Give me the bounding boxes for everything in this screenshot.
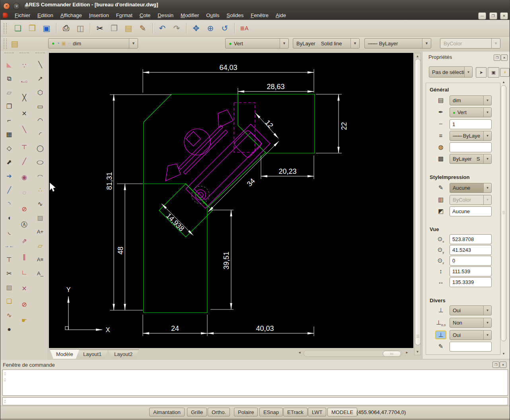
command-history[interactable]: : :: [2, 369, 508, 396]
solid-region-tool-icon[interactable]: ▱: [2, 86, 16, 99]
scroll-up-icon[interactable]: ▲: [501, 80, 506, 84]
props-vscrollbar[interactable]: ▲ ▼: [501, 80, 506, 356]
style-manager-icon[interactable]: ≣A: [239, 23, 249, 34]
prop-layer-combo[interactable]: dim ▼: [450, 95, 492, 105]
prop-view-x-input[interactable]: 523.8708: [450, 234, 492, 244]
explode-tool-icon[interactable]: ●: [2, 322, 16, 336]
menu-dessin[interactable]: Dessin: [154, 11, 177, 19]
menu-cote[interactable]: Cote: [136, 11, 154, 19]
color-combo[interactable]: ● Vert ▼: [225, 38, 289, 49]
toolbar-handle[interactable]: [4, 39, 7, 49]
menu-outils[interactable]: Outils: [202, 11, 223, 19]
quick-select-button[interactable]: ⚡: [500, 68, 510, 77]
apparent-intersection-snap-icon[interactable]: ✕: [17, 105, 31, 121]
scroll-right-icon[interactable]: ►: [405, 351, 409, 354]
select-entities-button[interactable]: ➤: [476, 67, 487, 78]
panel-restore-icon[interactable]: ❐: [492, 362, 499, 368]
eraser-tool-icon[interactable]: ◣: [2, 58, 16, 72]
toggle-aimantation[interactable]: Aimantation: [149, 408, 185, 416]
prop-view-width-input[interactable]: 135.3339: [450, 277, 492, 287]
open-file-icon[interactable]: ❒: [27, 23, 37, 34]
toggle-lwt[interactable]: LWT: [308, 408, 326, 416]
chevron-down-icon[interactable]: ▼: [483, 183, 491, 192]
spline-edit-tool-icon[interactable]: ∿: [2, 308, 16, 322]
window-close-icon[interactable]: ✕: [3, 3, 10, 10]
palette-handle[interactable]: [35, 52, 45, 56]
paste-icon[interactable]: ▤: [123, 23, 134, 34]
rotate-tool-icon[interactable]: ◇: [2, 141, 16, 155]
tangent-snap-icon[interactable]: ⊘: [17, 201, 31, 217]
single-text-tool-icon[interactable]: A_: [33, 266, 47, 280]
prop-view-y-input[interactable]: 41.5243: [450, 245, 492, 255]
zoom-previous-icon[interactable]: ↺: [220, 23, 230, 34]
prop-lineweight-combo[interactable]: ByLayer S ▼: [450, 154, 492, 164]
prop-printtable-input[interactable]: Aucune: [450, 206, 492, 216]
text-plus-tool-icon[interactable]: A+: [33, 225, 47, 239]
midpoint-snap-icon[interactable]: ╲: [17, 121, 31, 137]
new-file-icon[interactable]: ❏: [13, 23, 23, 34]
palette-handle[interactable]: [4, 52, 14, 56]
selection-combo[interactable]: Pas de sélecti ▼: [429, 66, 473, 78]
quadrant-snap-icon[interactable]: ◌: [17, 185, 31, 201]
print-preview-icon[interactable]: ◫: [75, 23, 86, 34]
join-tool-icon[interactable]: ◟: [2, 225, 16, 239]
linetype-combo[interactable]: ByLayer Solid line ▼: [293, 38, 360, 49]
snap-off-icon[interactable]: ⊘: [17, 296, 31, 312]
mdi-restore-icon[interactable]: ❐: [489, 12, 497, 19]
tab-layout2[interactable]: Layout2: [108, 350, 139, 358]
menu-insertion[interactable]: Insertion: [86, 11, 113, 19]
split-tool-icon[interactable]: ⊤: [2, 253, 16, 266]
chevron-down-icon[interactable]: ▼: [483, 318, 491, 327]
menu-fenetre[interactable]: Fenêtre: [247, 11, 272, 19]
rectangle-tool-icon[interactable]: ▭: [33, 99, 47, 113]
parallel-snap-icon[interactable]: ∥: [17, 249, 31, 264]
save-icon[interactable]: ▣: [41, 23, 52, 34]
prop-linestyle-combo[interactable]: ─── ByLaye ▼: [450, 131, 492, 141]
brush-icon[interactable]: ✎: [138, 23, 148, 34]
node-point-icon[interactable]: ✕: [17, 280, 31, 296]
construction-line-tool-icon[interactable]: ↗: [33, 72, 47, 86]
insertion-snap-icon[interactable]: Ⓐ: [17, 217, 31, 233]
break-tool-icon[interactable]: ◖: [2, 211, 16, 225]
prop-ucs-viewport-combo[interactable]: Oui ▼: [450, 330, 492, 340]
arc-center-tool-icon[interactable]: ◜: [33, 127, 47, 141]
toggle-grille[interactable]: Grille: [187, 408, 207, 416]
hatch-edit-tool-icon[interactable]: ▨: [2, 280, 16, 294]
select-reference-icon[interactable]: ☛: [17, 312, 31, 328]
ellipse-arc-tool-icon[interactable]: ◠: [33, 172, 47, 180]
palette-handle[interactable]: [19, 52, 29, 56]
chevron-down-icon[interactable]: ▼: [483, 96, 491, 105]
chevron-down-icon[interactable]: ▼: [280, 39, 288, 48]
polygon-tool-icon[interactable]: ⬡: [33, 86, 47, 99]
toggle-esnap[interactable]: ESnap: [259, 408, 283, 416]
mdi-minimize-icon[interactable]: —: [478, 12, 486, 19]
scroll-up-icon[interactable]: ▲: [415, 54, 420, 58]
lineweight-combo[interactable]: ─── ByLayer ▼: [364, 38, 431, 49]
node-snap-icon[interactable]: ∵: [17, 58, 31, 74]
center-snap-icon[interactable]: ◉: [17, 169, 31, 185]
region-tool-icon[interactable]: ▱: [33, 239, 47, 253]
toggle-ortho[interactable]: Ortho.: [208, 408, 230, 416]
canvas-hscroll-thumb[interactable]: [383, 351, 401, 357]
converge-tool-icon[interactable]: →←: [2, 239, 16, 253]
toggle-polaire[interactable]: Polaire: [234, 408, 258, 416]
nearest-snap-icon[interactable]: ╱: [17, 153, 31, 169]
chevron-down-icon[interactable]: ▼: [483, 331, 491, 340]
panel-close-icon[interactable]: ✕: [500, 362, 506, 368]
scroll-left-icon[interactable]: ◄: [298, 351, 301, 354]
prop-color-combo[interactable]: ● Vert ▼: [450, 107, 492, 117]
prop-printstyle-combo[interactable]: Aucune ▼: [450, 183, 492, 193]
menu-aide[interactable]: Aide: [272, 11, 290, 19]
zoom-dynamic-icon[interactable]: ⊕: [205, 23, 216, 34]
from-snap-icon[interactable]: ⇗: [17, 233, 31, 249]
order-front-tool-icon[interactable]: ❏: [2, 294, 16, 308]
intersection-snap-icon[interactable]: ╳: [17, 89, 31, 105]
spline-tool-icon[interactable]: ∿: [33, 197, 47, 211]
ellipse-tool-icon[interactable]: ◯: [33, 158, 47, 166]
menu-fichier[interactable]: Fichier: [11, 11, 34, 19]
scale-tool-icon[interactable]: ⬈: [2, 155, 16, 169]
endpoint-snap-icon[interactable]: •–○: [17, 74, 31, 89]
props-vscroll-thumb[interactable]: [501, 85, 506, 341]
prop-linetype-scale-input[interactable]: 1: [450, 119, 492, 129]
chevron-down-icon[interactable]: ▼: [483, 131, 491, 140]
